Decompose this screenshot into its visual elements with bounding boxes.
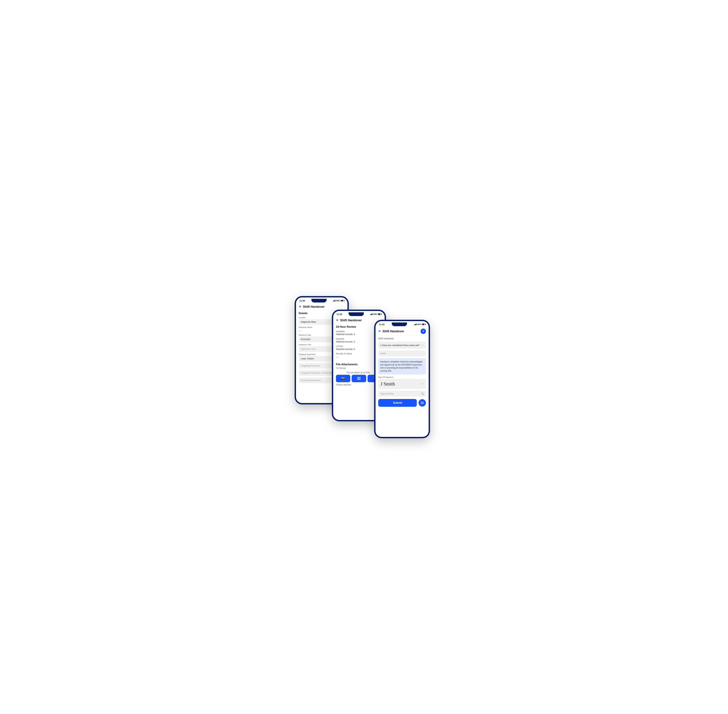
- status-bar-3: 11:43 WiFi: [376, 321, 428, 327]
- close-button-3[interactable]: ✕: [378, 329, 381, 333]
- question-body: Have you considered these areas yet?: [382, 344, 420, 346]
- bar2: [371, 314, 371, 315]
- signal-1: [333, 300, 336, 302]
- bottom-bar: Submit: [378, 399, 426, 408]
- status-icons-2: WiFi: [370, 313, 381, 315]
- time-2: 11:42: [337, 313, 342, 315]
- notes-field[interactable]: Notes: [378, 350, 426, 357]
- wifi-1: WiFi: [336, 300, 340, 302]
- menu-line-2: [421, 403, 424, 403]
- app-title-1: Shift Handover: [303, 305, 345, 309]
- app-scene: 11:36 WiFi ✕ Shift Handov: [291, 286, 437, 428]
- phone-3: 11:43 WiFi ✕ Shift Handover: [374, 320, 430, 438]
- bar3: [334, 300, 335, 302]
- menu-button[interactable]: [418, 399, 426, 406]
- signal-3: [414, 324, 416, 325]
- bar2: [415, 324, 415, 325]
- menu-line-3: [421, 404, 424, 404]
- bar1: [370, 314, 371, 315]
- bar1: [333, 301, 333, 302]
- edit-icon[interactable]: ✏: [421, 382, 424, 385]
- notch-2: [349, 312, 364, 316]
- camera-button[interactable]: 📷: [336, 375, 350, 382]
- app-header-1: ✕ Shift Handover: [299, 303, 345, 310]
- menu-line-1: [421, 402, 424, 402]
- phone-3-screen: 11:43 WiFi ✕ Shift Handover: [376, 321, 428, 437]
- upload-button[interactable]: ⬆: [421, 328, 426, 334]
- signature-text: J Smith: [380, 381, 395, 387]
- question-card[interactable]: 1 Have you considered these areas yet? →: [378, 342, 426, 349]
- app-header-2: ✕ Shift Handover: [336, 317, 382, 324]
- battery-3: [422, 324, 425, 325]
- notch-1: [312, 299, 327, 303]
- upload-icon: ⬆: [422, 330, 424, 333]
- screen-3-content: ✕ Shift Handover ⬆ Shift Handover 1 Have…: [376, 327, 428, 435]
- app-title-2: Shift Handover: [340, 319, 382, 322]
- wifi-2: WiFi: [373, 313, 377, 315]
- signal-2: [370, 314, 373, 315]
- submit-button[interactable]: Submit: [378, 399, 417, 407]
- signature-box[interactable]: J Smith ✏: [378, 379, 426, 389]
- status-bar-2: 11:42 WiFi: [333, 311, 385, 317]
- time-3: 11:43: [379, 323, 385, 326]
- wifi-3: WiFi: [417, 323, 421, 326]
- close-button-2[interactable]: ✕: [336, 318, 339, 322]
- question-number: 1: [380, 344, 382, 346]
- gallery-button[interactable]: 🖼: [352, 375, 366, 382]
- question-text: 1 Have you considered these areas yet?: [380, 344, 421, 346]
- bar3: [371, 314, 372, 315]
- status-icons-1: WiFi: [333, 300, 344, 302]
- app-header-3: ✕ Shift Handover ⬆: [378, 327, 426, 336]
- search-icon[interactable]: 🔍: [421, 392, 424, 395]
- bar4: [372, 314, 373, 315]
- battery-2: [378, 314, 381, 315]
- bar4: [416, 324, 416, 325]
- bar4: [335, 300, 336, 302]
- notch-3: [392, 322, 407, 326]
- signed-by-field[interactable]: Signed Off By 🔍: [378, 391, 426, 397]
- app-title-3: Shift Handover: [382, 330, 419, 333]
- battery-1: [341, 300, 344, 302]
- sub-header: Shift Handover: [378, 337, 426, 340]
- bar2: [334, 300, 334, 302]
- time-1: 11:36: [300, 300, 305, 302]
- arrow-right-icon[interactable]: →: [421, 344, 424, 346]
- close-button-1[interactable]: ✕: [299, 305, 301, 309]
- bar1: [414, 324, 415, 325]
- info-card: Handover completion should be acknowledg…: [378, 358, 426, 374]
- bar3: [415, 324, 416, 325]
- signed-by-placeholder: Signed Off By: [380, 392, 394, 395]
- status-bar-1: 11:36 WiFi: [296, 297, 348, 303]
- sign-off-label: Sign Off Signature: [378, 376, 426, 378]
- status-icons-3: WiFi: [414, 323, 425, 326]
